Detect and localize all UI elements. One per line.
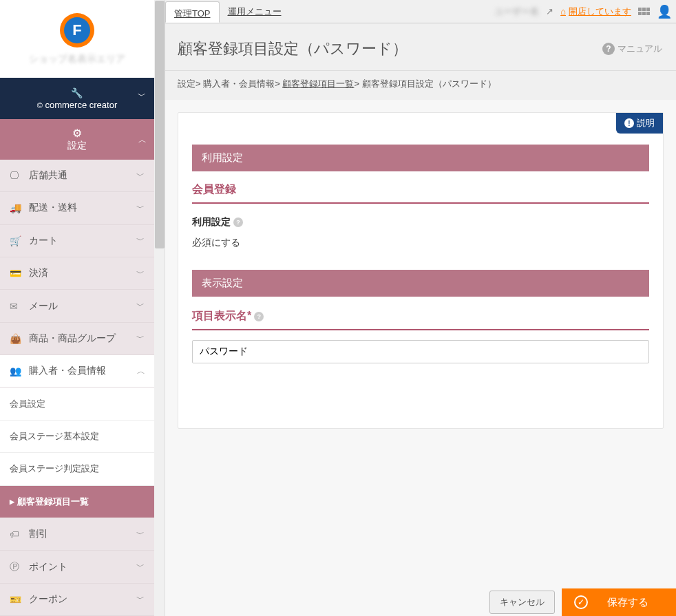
bulb-icon: ! bbox=[624, 118, 634, 128]
chevron-down-icon: ﹀ bbox=[136, 202, 145, 214]
sidebar-item-members[interactable]: 👥購入者・会員情報﹀ bbox=[0, 355, 154, 387]
user-label: ユーザー名 bbox=[494, 6, 539, 18]
shop-name-label: ショップ名表示エリア bbox=[29, 53, 125, 65]
logo-icon: F bbox=[60, 13, 94, 47]
apps-grid-icon[interactable] bbox=[638, 8, 650, 15]
sidebar-item-mail[interactable]: ✉メール﹀ bbox=[0, 290, 154, 322]
footer-bar: キャンセル ✓保存する bbox=[165, 588, 676, 616]
chevron-up-icon: ﹀ bbox=[136, 365, 145, 377]
sidebar-item-points[interactable]: Ⓟポイント﹀ bbox=[0, 551, 154, 583]
scrollbar[interactable] bbox=[154, 0, 165, 616]
sidebar-item-products[interactable]: 👜商品・商品グループ﹀ bbox=[0, 323, 154, 355]
breadcrumb-link[interactable]: 顧客登録項目一覧 bbox=[282, 78, 354, 89]
tab-admin-top[interactable]: 管理TOP bbox=[165, 1, 220, 23]
chevron-down-icon: ﹀ bbox=[136, 529, 145, 540]
chevron-down-icon: ﹀ bbox=[136, 332, 145, 344]
subitem-member-settings[interactable]: 会員設定 bbox=[0, 387, 154, 420]
tab-operation-menu[interactable]: 運用メニュー bbox=[220, 0, 290, 23]
topbar: 管理TOP 運用メニュー ユーザー名 ↗ ⌂開店しています 👤 bbox=[154, 0, 676, 23]
ticket-icon: 🎫 bbox=[10, 594, 23, 605]
wrench-icon: 🔧 bbox=[71, 87, 83, 98]
settings-card: !説明 利用設定 会員登録 利用設定? 必須にする 表示設定 項目表示名*? bbox=[178, 112, 664, 429]
help-icon: ? bbox=[602, 43, 615, 55]
section-display: 表示設定 bbox=[192, 270, 649, 297]
field-usage-label: 利用設定? bbox=[192, 216, 649, 229]
save-button[interactable]: ✓保存する bbox=[562, 588, 676, 616]
subitem-stage-judge[interactable]: 会員ステージ判定設定 bbox=[0, 453, 154, 485]
point-icon: Ⓟ bbox=[10, 561, 23, 573]
gear-icon: ⚙ bbox=[72, 127, 82, 140]
sidebar-item-shipping[interactable]: 🚚配送・送料﹀ bbox=[0, 192, 154, 224]
cancel-button[interactable]: キャンセル bbox=[489, 591, 555, 614]
chevron-down-icon: ﹀ bbox=[136, 268, 145, 279]
help-dot-icon[interactable]: ? bbox=[254, 312, 264, 321]
truck-icon: 🚚 bbox=[10, 202, 23, 213]
section-usage: 利用設定 bbox=[192, 145, 649, 171]
subitem-stage-basic[interactable]: 会員ステージ基本設定 bbox=[0, 421, 154, 453]
breadcrumb: 設定> 購入者・会員情報> 顧客登録項目一覧> 顧客登録項目設定（パスワード） bbox=[154, 71, 676, 100]
monitor-icon: 🖵 bbox=[10, 170, 23, 181]
cart-icon: 🛒 bbox=[10, 235, 23, 246]
card-icon: 💳 bbox=[10, 268, 23, 279]
external-link-icon[interactable]: ↗ bbox=[546, 6, 553, 17]
logo-area: F ショップ名表示エリア bbox=[0, 0, 154, 78]
sidebar-item-discount[interactable]: 🏷割引﹀ bbox=[0, 518, 154, 551]
sidebar-item-cart[interactable]: 🛒カート﹀ bbox=[0, 225, 154, 257]
field-display-name-label: 項目表示名*? bbox=[192, 309, 649, 330]
chevron-up-icon: ﹀ bbox=[138, 134, 146, 146]
avatar-icon[interactable]: 👤 bbox=[657, 4, 672, 19]
users-icon: 👥 bbox=[10, 365, 23, 376]
chevron-down-icon: ﹀ bbox=[136, 593, 145, 605]
page-title: 顧客登録項目設定（パスワード） bbox=[178, 39, 408, 59]
chevron-down-icon: ﹀ bbox=[136, 561, 145, 573]
store-open-link[interactable]: ⌂開店しています bbox=[560, 6, 631, 18]
chevron-down-icon: ﹀ bbox=[136, 170, 145, 182]
subitem-customer-fields[interactable]: 顧客登録項目一覧 bbox=[0, 486, 154, 518]
chevron-down-icon: ﹀ bbox=[136, 300, 145, 312]
subheading-member-reg: 会員登録 bbox=[192, 171, 649, 204]
explain-tab[interactable]: !説明 bbox=[616, 113, 663, 134]
nav-commerce-creator[interactable]: 🔧 © commerce creator ﹀ bbox=[0, 78, 154, 118]
field-usage-value: 必須にする bbox=[192, 237, 649, 249]
tag-icon: 🏷 bbox=[10, 529, 23, 540]
chevron-down-icon: ﹀ bbox=[136, 235, 145, 246]
mail-icon: ✉ bbox=[10, 301, 23, 312]
scrollbar-thumb[interactable] bbox=[155, 1, 165, 248]
sidebar-item-payment[interactable]: 💳決済﹀ bbox=[0, 257, 154, 290]
sidebar-item-store[interactable]: 🖵店舗共通﹀ bbox=[0, 160, 154, 192]
manual-link[interactable]: ?マニュアル bbox=[602, 43, 662, 55]
check-icon: ✓ bbox=[574, 595, 588, 609]
help-dot-icon[interactable]: ? bbox=[233, 217, 243, 227]
sidebar-item-coupon[interactable]: 🎫クーポン﹀ bbox=[0, 584, 154, 616]
store-icon: ⌂ bbox=[560, 6, 566, 17]
display-name-input[interactable] bbox=[192, 340, 649, 363]
nav-settings[interactable]: ⚙ 設定 ﹀ bbox=[0, 119, 154, 160]
chevron-down-icon: ﹀ bbox=[138, 90, 146, 102]
bag-icon: 👜 bbox=[10, 333, 23, 344]
